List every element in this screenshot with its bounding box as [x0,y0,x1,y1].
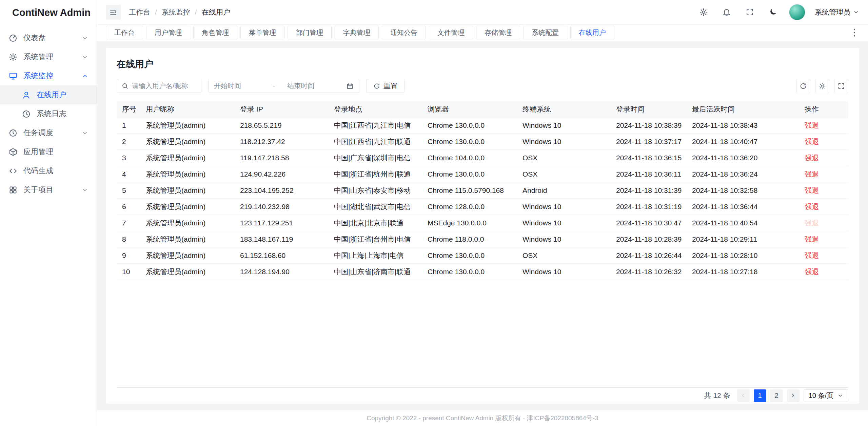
force-logout-link[interactable]: 强退 [805,138,819,145]
app-logo[interactable]: ContiNew Admin [0,0,97,25]
sidebar-item-label: 系统日志 [37,109,88,119]
tab-10[interactable]: 在线用户 [570,26,614,39]
cell-last_active: 2024-11-18 10:29:11 [687,231,799,247]
sidebar-item-system-logs[interactable]: 系统日志 [0,104,97,123]
sidebar-item-task-scheduling[interactable]: 任务调度 [0,123,97,142]
cell-location: 中国|江西省|九江市|联通 [329,134,422,150]
force-logout-link[interactable]: 强退 [805,203,819,210]
tab-5[interactable]: 字典管理 [335,26,379,39]
sidebar-item-online-users[interactable]: 在线用户 [0,85,97,104]
user-name: 系统管理员 [815,7,850,17]
refresh-table-button[interactable] [796,79,810,93]
search-placeholder: 请输入用户名/昵称 [132,81,188,90]
tab-9[interactable]: 系统配置 [523,26,567,39]
cell-nickname: 系统管理员(admin) [140,166,235,182]
tab-4[interactable]: 部门管理 [288,26,332,39]
cell-location: 中国|浙江省|台州市|电信 [329,231,422,247]
cell-nickname: 系统管理员(admin) [140,117,235,134]
pagination: 共 12 条 12 10 条/页 [117,388,848,404]
cell-last_active: 2024-11-18 10:36:24 [687,166,799,182]
tab-3[interactable]: 菜单管理 [240,26,284,39]
sidebar-collapse-button[interactable] [106,5,121,20]
tab-6[interactable]: 通知公告 [382,26,426,39]
cell-no: 6 [117,199,140,215]
dark-mode-toggle[interactable] [766,5,780,19]
refresh-icon [373,83,380,89]
cell-nickname: 系统管理员(admin) [140,182,235,199]
prev-page-button[interactable] [737,389,750,402]
column-header-6: 登录时间 [611,101,687,117]
cell-browser: Chrome 118.0.0.0 [422,231,517,247]
cell-os: Windows 10 [517,134,611,150]
top-bar-right: 系统管理员 [697,4,859,20]
page-button-1[interactable]: 1 [754,389,766,402]
force-logout-link[interactable]: 强退 [805,186,819,194]
tab-8[interactable]: 存储管理 [476,26,520,39]
breadcrumb-item-workplace[interactable]: 工作台 [129,7,150,17]
moon-icon [769,8,777,16]
start-time-placeholder: 开始时间 [214,81,270,90]
force-logout-link[interactable]: 强退 [805,268,819,276]
page-button-2[interactable]: 2 [770,389,783,402]
date-range-picker[interactable]: 开始时间 - 结束时间 [208,79,359,93]
cell-action: 强退 [799,247,848,264]
table-fullscreen-button[interactable] [834,79,848,93]
tab-2[interactable]: 角色管理 [193,26,237,39]
reset-button[interactable]: 重置 [366,79,405,93]
force-logout-link[interactable]: 强退 [805,235,819,243]
content-area: 在线用户 请输入用户名/昵称 开始时间 - 结束时间 重置 [97,41,868,404]
column-settings-button[interactable] [815,79,829,93]
online-users-tbody: 1系统管理员(admin)218.65.5.219中国|江西省|九江市|电信Ch… [117,117,848,280]
sidebar-item-app-management[interactable]: 应用管理 [0,142,97,161]
cell-no: 1 [117,117,140,134]
sidebar-item-dashboard[interactable]: 仪表盘 [0,28,97,47]
cell-ip: 61.152.168.60 [235,247,329,264]
cell-location: 中国|浙江省|杭州市|联通 [329,166,422,182]
tab-list: 工作台用户管理角色管理菜单管理部门管理字典管理通知公告文件管理存储管理系统配置在… [106,26,614,39]
cell-browser: MSEdge 130.0.0.0 [422,215,517,231]
column-header-1: 用户昵称 [140,101,235,117]
breadcrumb-item-system-monitor[interactable]: 系统监控 [162,7,190,17]
chevron-down-icon [82,35,88,41]
force-logout-link[interactable]: 强退 [805,170,819,178]
sidebar-item-about-project[interactable]: 关于项目 [0,180,97,199]
notifications-button[interactable] [720,5,733,19]
grid-icon [8,185,18,195]
next-page-button[interactable] [787,389,800,402]
cell-ip: 118.212.37.42 [235,134,329,150]
settings-button[interactable] [697,5,710,19]
sidebar-item-system-management[interactable]: 系统管理 [0,47,97,66]
tab-0[interactable]: 工作台 [106,26,143,39]
sidebar-item-system-monitor[interactable]: 系统监控 [0,66,97,85]
force-logout-link[interactable]: 强退 [805,154,819,162]
cell-last_active: 2024-11-18 10:38:43 [687,117,799,134]
avatar[interactable] [789,4,805,20]
cell-action: 强退 [799,264,848,280]
copyright-text: Copyright © 2022 - present ContiNew Admi… [367,414,598,423]
top-bar-left: 工作台 / 系统监控 / 在线用户 [106,5,230,20]
fullscreen-button[interactable] [743,5,756,19]
cell-ip: 119.147.218.58 [235,150,329,166]
column-header-3: 登录地点 [329,101,422,117]
cell-browser: Chrome 130.0.0.0 [422,247,517,264]
cell-nickname: 系统管理员(admin) [140,134,235,150]
table-row: 1系统管理员(admin)218.65.5.219中国|江西省|九江市|电信Ch… [117,117,848,134]
more-vertical-icon[interactable]: ⋮ [850,28,859,37]
page-size-select[interactable]: 10 条/页 [804,389,848,402]
force-logout-link[interactable]: 强退 [805,121,819,129]
cell-no: 4 [117,166,140,182]
sidebar-item-code-generation[interactable]: 代码生成 [0,161,97,180]
sidebar-item-label: 在线用户 [37,90,88,100]
table-actions [796,79,848,93]
force-logout-link[interactable]: 强退 [805,219,819,227]
search-input[interactable]: 请输入用户名/昵称 [117,79,201,93]
cell-ip: 219.140.232.98 [235,199,329,215]
cell-nickname: 系统管理员(admin) [140,150,235,166]
user-menu[interactable]: 系统管理员 [815,7,859,17]
refresh-icon [800,82,807,90]
force-logout-link[interactable]: 强退 [805,251,819,259]
tab-1[interactable]: 用户管理 [146,26,190,39]
online-users-table: 序号用户昵称登录 IP登录地点浏览器终端系统登录时间最后活跃时间操作 1系统管理… [117,101,848,388]
tab-7[interactable]: 文件管理 [429,26,473,39]
cell-last_active: 2024-11-18 10:28:10 [687,247,799,264]
